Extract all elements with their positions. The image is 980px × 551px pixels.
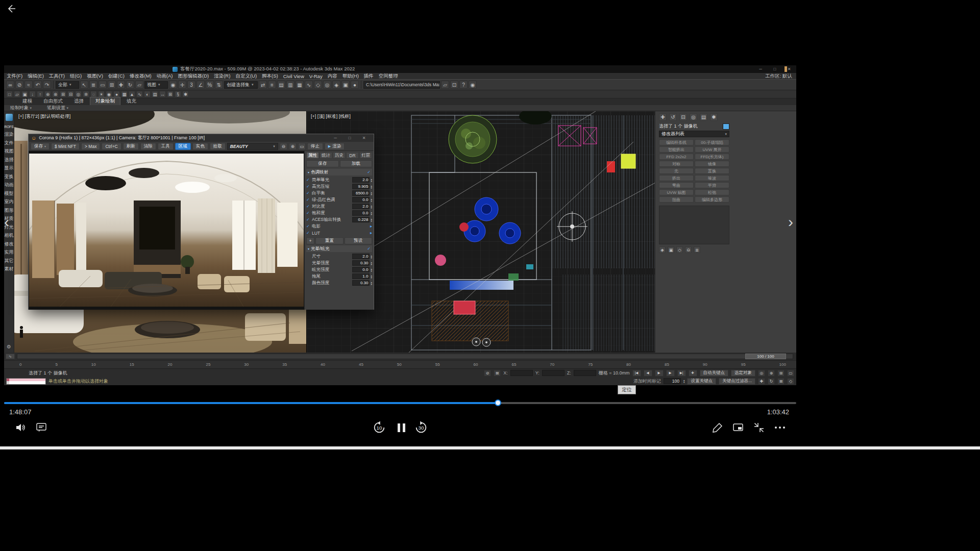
new-scene-icon[interactable]: □	[6, 91, 13, 97]
checkbox[interactable]: ✓	[306, 184, 311, 189]
modifier-button[interactable]: FFD(长方体)	[695, 154, 729, 160]
mesh-icon[interactable]: ▲	[129, 91, 135, 97]
corona-tab[interactable]: 属性	[306, 152, 319, 159]
select-rotate-icon[interactable]: ↻	[126, 81, 134, 89]
sidebar-item[interactable]: 实用	[4, 250, 14, 255]
schematic-view-icon[interactable]: ◇	[314, 81, 322, 89]
menu-item[interactable]: 空间整理	[376, 73, 401, 80]
menu-item[interactable]: 文件(F)	[4, 73, 25, 80]
frame-spinner[interactable]: ▴▾	[683, 379, 685, 383]
orbit-icon[interactable]: ↻	[768, 378, 775, 385]
zoom-in-icon[interactable]: ⊕	[289, 143, 297, 150]
configure-modifier-sets-icon[interactable]: ≣	[694, 246, 700, 253]
spinner-snap-icon[interactable]: ⇅	[215, 81, 223, 89]
modifier-button[interactable]: 扭曲	[659, 196, 694, 203]
parameter-value-field[interactable]: 0.228	[352, 217, 370, 222]
rendered-frame-icon[interactable]: ▣	[341, 81, 350, 89]
value-spinner[interactable]: ▴▾	[371, 274, 372, 279]
hierarchy-tab-icon[interactable]: ⊟	[679, 113, 687, 121]
value-spinner[interactable]: ▴▾	[371, 191, 372, 195]
key-filters-button[interactable]: 关键点过滤器...	[719, 378, 755, 385]
selected-filter-dropdown[interactable]: 选定对象	[731, 370, 755, 377]
merge-icon[interactable]: ⊕	[44, 91, 51, 97]
render-channel-dropdown[interactable]: BEAUTY ▾	[227, 143, 278, 150]
parameter-value-field[interactable]: 9.905	[352, 184, 370, 189]
modifier-list-dropdown[interactable]: 修改器列表 ▾	[659, 131, 729, 137]
modifier-stack[interactable]	[659, 206, 729, 244]
redo-icon[interactable]: ↷	[43, 81, 51, 89]
parameter-value-field[interactable]: 0.0	[352, 197, 370, 203]
exit-fullscreen-button[interactable]	[752, 420, 766, 435]
menu-item[interactable]: 创建(C)	[106, 73, 127, 80]
sidebar-item[interactable]: 模型	[4, 191, 14, 196]
value-spinner[interactable]: ▴▾	[371, 268, 372, 272]
sidebar-item[interactable]: 室内	[4, 199, 14, 204]
gear-icon[interactable]: ⚙	[7, 344, 11, 349]
help-icon[interactable]: ?	[459, 81, 468, 89]
checkbox[interactable]: ✓	[306, 191, 311, 195]
workspace-monitor-icon[interactable]: ⊡	[450, 81, 458, 89]
menu-item[interactable]: 修改器(M)	[127, 73, 154, 80]
select-move-icon[interactable]: ✚	[117, 81, 125, 89]
bloom-glare-section-header[interactable]: ▾ 光晕/眩光 ✓	[306, 245, 372, 252]
mini-curve-editor-button[interactable]: ∿	[6, 354, 15, 359]
sidebar-item[interactable]: 选择	[4, 158, 14, 162]
link-icon[interactable]: ∞	[6, 81, 14, 89]
value-spinner[interactable]: ▴▾	[371, 255, 372, 259]
menu-item[interactable]: 自定义(U)	[233, 73, 259, 80]
modifier-button[interactable]: 壳	[659, 168, 694, 174]
ribbon-tab[interactable]: 建模	[17, 97, 37, 105]
minimize-icon[interactable]: ─	[328, 134, 342, 142]
mirror-icon[interactable]: ⇄	[259, 81, 267, 89]
rofs-cube-icon[interactable]	[6, 114, 13, 121]
modifier-button[interactable]: 松弛	[695, 189, 729, 195]
pin-stack-icon[interactable]: ◈	[659, 246, 666, 253]
sidebar-item[interactable]: 视图	[4, 149, 14, 154]
zoom-region-icon[interactable]: ▭	[787, 370, 794, 377]
reference-coordinate-dropdown[interactable]: 视图 ▾	[144, 81, 168, 89]
value-spinner[interactable]: ▴▾	[371, 198, 372, 202]
ribbon-tab[interactable]: 对象绘制	[90, 97, 120, 105]
rewind-10-button[interactable]: 10	[372, 420, 386, 435]
parameter-value-field[interactable]: 0.30	[352, 280, 370, 286]
ribbon-tab[interactable]: 填充	[121, 97, 141, 105]
maxscript-mini-listener[interactable]	[6, 378, 46, 385]
undo-icon[interactable]: ↶	[34, 81, 42, 89]
refresh-button[interactable]: 刷新	[123, 143, 139, 150]
stop-render-button[interactable]: 停止	[307, 143, 323, 150]
checkbox[interactable]: ✓	[306, 204, 311, 209]
bind-space-warp-icon[interactable]: ≈	[24, 81, 33, 89]
sidebar-item[interactable]: 渲染	[4, 132, 14, 137]
parameter-value-field[interactable]: 2.0	[352, 254, 370, 259]
time-tag-label[interactable]: 添加时间标记	[633, 378, 661, 385]
render-setup-icon[interactable]: ◈	[332, 81, 340, 89]
modifier-button[interactable]: 挤出	[659, 175, 694, 181]
ribbon-group-paint-objects[interactable]: 绘制对象 ▾	[10, 105, 32, 111]
current-frame-field[interactable]: 100	[664, 378, 681, 384]
checkbox[interactable]: ✓	[306, 197, 311, 202]
checkbox[interactable]: ✓	[306, 217, 311, 222]
modifier-button[interactable]: 平滑	[695, 182, 729, 188]
next-frame-icon[interactable]: ▶	[666, 370, 675, 377]
go-to-start-icon[interactable]: |◀	[632, 370, 641, 377]
use-pivot-center-icon[interactable]: ◉	[169, 81, 177, 89]
uvw-map-icon[interactable]: ▦	[121, 91, 128, 97]
folder-icon[interactable]: ▱	[441, 81, 449, 89]
copy-button[interactable]: Ctrl+C	[102, 143, 121, 150]
sidebar-item[interactable]: 动画	[4, 183, 14, 187]
value-spinner[interactable]: ▴▾	[371, 178, 372, 182]
minimize-icon[interactable]: ─	[753, 65, 768, 73]
modifier-button[interactable]: 镜像	[695, 161, 729, 167]
align-icon[interactable]: ≡	[268, 81, 276, 89]
viewport-label[interactable]: [+] [顶] [标准] [线框]	[311, 113, 351, 120]
send-to-max-button[interactable]: > Max	[81, 143, 100, 150]
parameter-value-field[interactable]: 0.30	[352, 260, 370, 266]
selection-lock-icon[interactable]: ⊠	[494, 370, 501, 377]
next-overlay-arrow[interactable]: ›	[788, 214, 793, 230]
render-production-icon[interactable]: ●	[351, 81, 359, 89]
danmaku-button[interactable]	[34, 420, 48, 435]
close-icon[interactable]: ✕	[357, 134, 371, 142]
sidebar-item[interactable]: 显示	[4, 166, 14, 170]
value-spinner[interactable]: ▴▾	[371, 218, 372, 222]
value-spinner[interactable]: ▴▾	[371, 281, 372, 285]
